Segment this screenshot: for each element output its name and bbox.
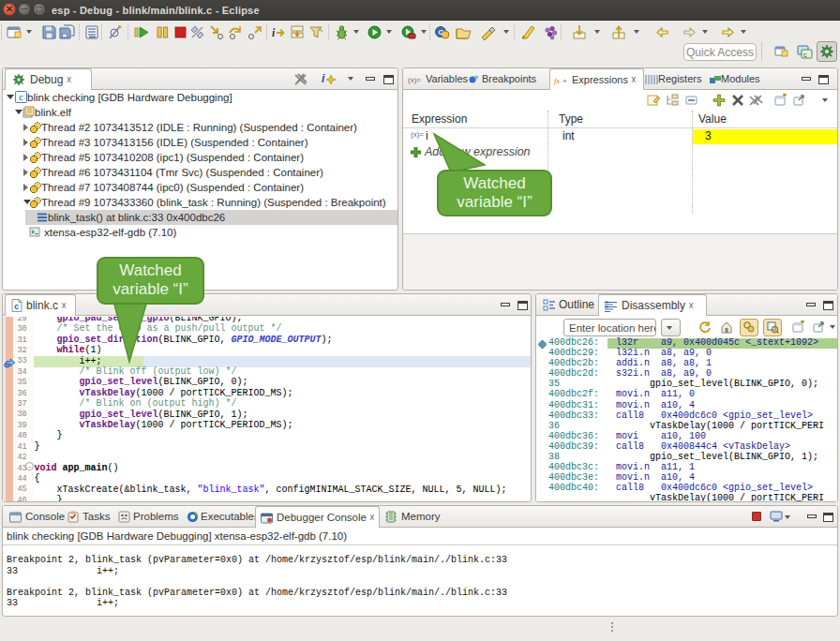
svg-text:c: c [19, 92, 23, 102]
svg-text:(x)=: (x)= [408, 76, 421, 84]
svg-text:C: C [439, 28, 444, 37]
svg-text:i: i [272, 26, 276, 39]
svg-text:c: c [14, 302, 19, 311]
svg-text:c: c [803, 52, 807, 58]
svg-text:fx: fx [554, 77, 560, 85]
svg-text:+: + [562, 77, 567, 85]
